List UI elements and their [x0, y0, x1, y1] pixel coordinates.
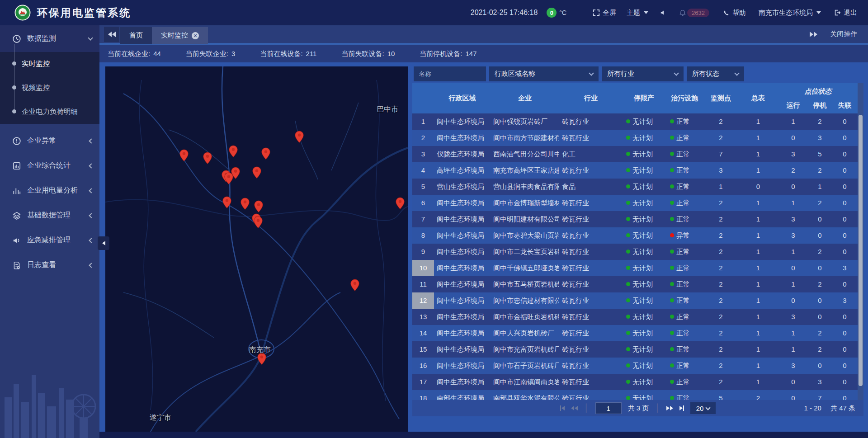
table-row[interactable]: 4 高坪生态环境局 南充市高坪区王家店建 砖瓦行业 无计划 正常 3 1 2 2… [412, 162, 858, 179]
tabs-scroll-left-button[interactable] [104, 27, 119, 42]
pagination-divider: │ [655, 404, 660, 413]
col-header-lost: 失联 [832, 101, 858, 110]
close-icon[interactable]: ✕ [192, 32, 199, 39]
table-row[interactable]: 5 营山生态环境局 营山县润丰肉食品有限 食品 无计划 正常 1 0 0 1 0 [412, 179, 858, 195]
table-row[interactable]: 3 仪陇生态环境局 西南油气田分公司川中 化工 无计划 正常 7 1 3 5 0 [412, 146, 858, 162]
tab-home[interactable]: 首页 [120, 27, 152, 44]
cell-facility-status: 正常 [665, 309, 704, 325]
table-row[interactable]: 9 阆中生态环境局 阆中市二龙长宝页岩砖 砖瓦行业 无计划 正常 2 1 1 2… [412, 244, 858, 260]
map-pin[interactable] [395, 197, 405, 210]
scrollbar-thumb[interactable] [859, 115, 863, 386]
sidebar-item-video-monitor[interactable]: 视频监控 [0, 76, 99, 100]
table-row[interactable]: 16 阆中生态环境局 阆中市石子页岩机砖厂 砖瓦行业 无计划 正常 2 1 3 … [412, 358, 858, 374]
map-pin[interactable] [253, 216, 263, 229]
cell-region: 阆中生态环境局 [434, 276, 491, 292]
cell-region: 阆中生态环境局 [434, 292, 491, 309]
table-row[interactable]: 1 阆中生态环境局 阆中强锐页岩砖厂 砖瓦行业 无计划 正常 2 1 1 2 0 [412, 113, 858, 130]
cell-run-count: 0 [778, 260, 808, 276]
close-operations-button[interactable]: 关闭操作 [830, 30, 857, 38]
theme-dropdown[interactable]: 主题 [627, 9, 648, 17]
table-row[interactable]: 14 阆中生态环境局 阆中大兴页岩机砖厂 砖瓦行业 无计划 正常 2 1 1 2… [412, 325, 858, 341]
tab-realtime-monitor[interactable]: 实时监控✕ [152, 27, 208, 44]
table-row[interactable]: 2 阆中生态环境局 阆中市南方节能建材有 砖瓦行业 无计划 正常 2 1 0 3… [412, 130, 858, 146]
tabs-scroll-right-button[interactable] [810, 32, 817, 37]
page-size-select[interactable]: 20 [690, 402, 716, 414]
cell-lost-count: 0 [832, 374, 858, 390]
cell-stop-status: 无计划 [623, 390, 665, 400]
logout-button[interactable]: 退出 [834, 9, 857, 17]
status-dot [626, 315, 630, 319]
table-row[interactable]: 10 阆中生态环境局 阆中千佛镇五郎垭页岩 砖瓦行业 无计划 正常 2 1 0 … [412, 260, 858, 276]
skyline-watermark [0, 357, 99, 438]
map-pin[interactable] [179, 149, 189, 162]
table-row[interactable]: 17 阆中生态环境局 阆中市江南镇阆南页岩 砖瓦行业 无计划 正常 2 1 0 … [412, 374, 858, 390]
table-scrollbar[interactable] [858, 83, 863, 400]
table-row[interactable]: 15 阆中生态环境局 阆中市光富页岩机砖厂 砖瓦行业 无计划 正常 2 1 1 … [412, 341, 858, 358]
main-area: 首页实时监控✕ 关闭操作 当前在线企业:44当前失联企业:3当前在线设备:211… [99, 25, 868, 438]
table-row[interactable]: 11 阆中生态环境局 阆中市五马桥页岩机砖 砖瓦行业 无计划 正常 2 1 1 … [412, 276, 858, 292]
sidebar-item-log-view[interactable]: 日志查看 [0, 253, 99, 278]
table-row[interactable]: 7 阆中生态环境局 阆中明阳建材有限公司 砖瓦行业 无计划 正常 2 1 3 0… [412, 211, 858, 227]
map-pin[interactable] [222, 196, 232, 209]
table-row[interactable]: 6 阆中生态环境局 阆中市金博瑞新型墙材 砖瓦行业 无计划 正常 2 1 1 2… [412, 195, 858, 211]
sidebar-item-data-monitor[interactable]: 数据监测 [0, 25, 99, 52]
status-dot [626, 266, 630, 270]
last-page-button[interactable] [679, 405, 684, 411]
fullscreen-button[interactable]: 全屏 [593, 9, 616, 17]
sidebar-item-enterprise-statistics[interactable]: 企业综合统计 [0, 153, 99, 178]
tab-label: 首页 [129, 31, 143, 40]
cell-meter-count: 0 [738, 179, 778, 195]
user-dropdown[interactable]: 南充市生态环境局 [759, 9, 821, 17]
cell-run-count: 0 [778, 179, 808, 195]
cell-region: 阆中生态环境局 [434, 358, 491, 374]
fullscreen-icon [593, 9, 600, 16]
sidebar-item-base-data[interactable]: 基础数据管理 [0, 203, 99, 228]
map-canvas[interactable]: 巴中市南充市遂宁市 [105, 66, 408, 432]
total-pages-label: 共 3 页 [628, 404, 649, 413]
sidebar-item-label: 数据监测 [27, 34, 89, 43]
status-dot [670, 315, 674, 319]
cell-run-count: 3 [778, 227, 808, 244]
first-page-button[interactable] [560, 405, 565, 411]
map-collapse-button[interactable] [98, 236, 109, 250]
status-filter-select[interactable]: 所有状态 [687, 66, 744, 81]
region-filter-select[interactable]: 行政区域名称 [489, 66, 599, 81]
help-button[interactable]: 帮助 [723, 9, 746, 17]
page-input[interactable] [595, 402, 622, 414]
submenu-dot-icon [12, 61, 16, 66]
sidebar-item-power-analysis[interactable]: 企业用电量分析 [0, 178, 99, 203]
map-pin[interactable] [231, 167, 241, 179]
sidebar-groups: 企业异常企业综合统计企业用电量分析基础数据管理应急减排管理日志查看 [0, 124, 99, 278]
map-pin[interactable] [254, 200, 264, 213]
cell-region: 阆中生态环境局 [434, 309, 491, 325]
next-page-button[interactable] [666, 406, 673, 410]
cell-region: 阆中生态环境局 [434, 260, 491, 276]
name-filter-input[interactable] [414, 66, 486, 81]
sidebar-item-enterprise-abnormal[interactable]: 企业异常 [0, 128, 99, 153]
status-dot [670, 363, 674, 367]
cell-company: 阆中市光富页岩机砖厂 [491, 341, 559, 358]
map-pin[interactable] [261, 147, 271, 160]
sidebar-item-power-load-detail[interactable]: 企业电力负荷明细 [0, 100, 99, 124]
map-pin[interactable] [203, 152, 212, 165]
double-chevron-right-icon [810, 32, 813, 37]
sidebar-item-emergency-reduction[interactable]: 应急减排管理 [0, 228, 99, 253]
notifications[interactable]: 2632 [679, 9, 709, 17]
map-pin[interactable] [228, 145, 238, 158]
map-pin[interactable] [294, 131, 304, 143]
sidebar-item-label: 实时监控 [22, 59, 50, 69]
table-row[interactable]: 18 南部生态环境局 南部县双华水泥有限公 砖瓦行业 无计划 正常 5 2 0 … [412, 390, 858, 400]
sidebar-item-realtime-monitor[interactable]: 实时监控 [0, 52, 99, 76]
mute-button[interactable] [660, 9, 667, 16]
industry-filter-select[interactable]: 所有行业 [602, 66, 684, 81]
table-row[interactable]: 13 阆中生态环境局 阆中市金福旺页岩机砖 砖瓦行业 无计划 正常 2 1 3 … [412, 309, 858, 325]
cell-stop-status: 无计划 [623, 162, 665, 179]
table-row[interactable]: 12 阆中生态环境局 阆中市忠信建材有限公 砖瓦行业 无计划 正常 2 1 0 … [412, 292, 858, 309]
map-pin[interactable] [252, 166, 262, 179]
table-header: 行政区域 企业 行业 停限产 治污设施 监测点 总表 点位状态 运行 停机 [412, 83, 858, 113]
map-pin[interactable] [240, 198, 250, 210]
map-pin[interactable] [350, 279, 360, 292]
stat-label: 当前失联企业: [186, 50, 228, 58]
prev-page-button[interactable] [571, 406, 578, 410]
table-row[interactable]: 8 阆中生态环境局 阆中市枣碧大梁山页岩 砖瓦行业 无计划 异常 2 1 3 0… [412, 227, 858, 244]
